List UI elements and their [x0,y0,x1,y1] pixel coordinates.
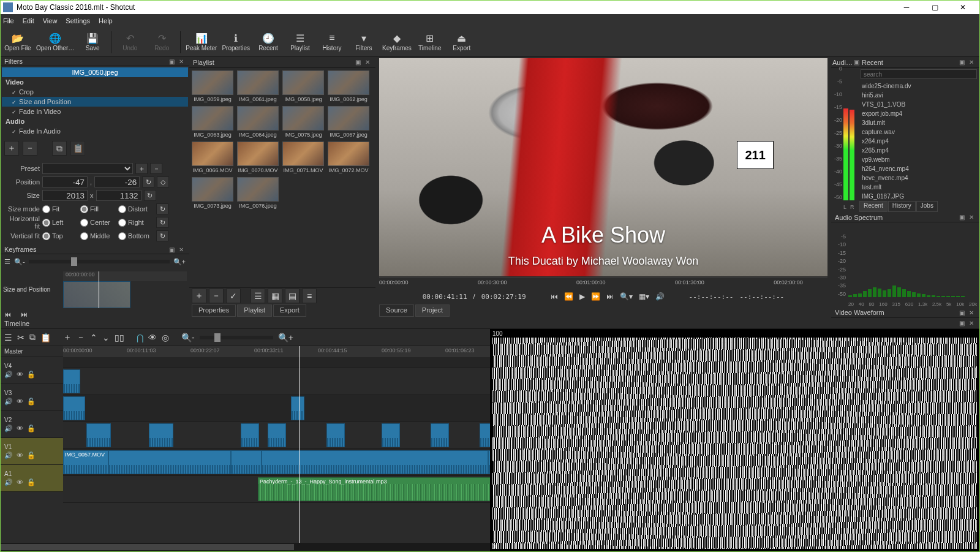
zoom-in-icon[interactable]: 🔍+ [278,333,293,342]
mute-icon[interactable]: 🔊 [4,398,13,406]
sizemode-distort-radio[interactable]: Distort [118,205,154,213]
fforward-icon[interactable]: ⏩ [591,292,600,301]
timeline-tracks[interactable]: 00:00:00:0000:00:11:0300:00:22:0700:00:3… [63,346,490,543]
lock-icon[interactable]: 🔓 [27,478,36,486]
hfit-center-radio[interactable]: Center [80,219,116,227]
timeline-clip[interactable] [291,396,304,420]
rewind-icon[interactable]: ⏪ [564,292,573,301]
toolbar-redo-button[interactable]: ↷Redo [148,28,175,56]
recent-item[interactable]: x265.mp4 [858,146,979,155]
position-reset-button[interactable]: ↻ [142,176,154,187]
playlist-item[interactable]: IMG_0072.MOV [328,142,369,173]
hfit-reset-button[interactable]: ↻ [156,217,168,228]
lock-icon[interactable]: 🔓 [27,452,36,459]
kf-prev-icon[interactable]: ⏮ [4,311,11,318]
track-header-v2[interactable]: V2🔊👁🔓 [1,411,63,438]
playlist-tab-properties[interactable]: Properties [192,304,236,317]
lock-icon[interactable]: 🔓 [27,398,36,406]
toolbar-timeline-button[interactable]: ⊞Timeline [417,28,443,56]
track-row-v2[interactable] [63,422,490,449]
close-button[interactable]: ✕ [949,1,977,14]
recent-item[interactable]: hevc_nvenc.mp4 [858,173,979,183]
toolbar-open-other--button[interactable]: 🌐Open Other… [36,28,74,56]
timeline-clip[interactable] [86,423,111,447]
undock-icon[interactable]: ▣ [957,58,966,67]
tl-zoom-slider[interactable] [200,336,273,339]
sizemode-reset-button[interactable]: ↻ [156,203,168,214]
pl-menu-button[interactable]: ≡ [302,289,317,303]
pl-view-tiles-button[interactable]: ▦ [268,289,282,303]
playlist-item[interactable]: IMG_0073.jpeg [192,177,233,209]
vfit-bottom-radio[interactable]: Bottom [118,232,154,240]
append-icon[interactable]: ＋ [63,332,72,343]
toolbar-open-file-button[interactable]: 📂Open File [4,28,31,56]
close-panel-icon[interactable]: ✕ [967,213,976,222]
timeline-clip[interactable]: Pachyderm_-_13_-_Happy_Song_instrumental… [258,477,490,501]
split-icon[interactable]: ▯▯ [115,333,124,342]
recent-item[interactable]: x264.mp4 [858,137,979,146]
recent-tab-history[interactable]: History [888,201,916,212]
hide-icon[interactable]: 👁 [17,425,23,433]
timeline-clip[interactable]: IMG_0057.MOV [63,450,108,474]
zoom-dropdown-icon[interactable]: 🔍▾ [620,292,633,301]
mute-icon[interactable]: 🔊 [4,478,13,486]
timeline-clip[interactable] [480,423,490,447]
kf-next-icon[interactable]: ⏭ [21,311,28,318]
preview-monitor[interactable]: 211 A Bike Show This Ducati by Michael W… [379,58,827,276]
menu-help[interactable]: Help [99,17,113,25]
toolbar-save-button[interactable]: 💾Save [79,28,106,56]
playlist-item[interactable]: IMG_0076.jpeg [237,177,279,209]
playlist-item[interactable]: IMG_0070.MOV [237,142,279,173]
kf-clip[interactable] [63,281,130,308]
lock-icon[interactable]: 🔓 [27,371,36,379]
filter-item[interactable]: Fade In Audio [2,126,188,136]
recent-item[interactable]: 3dlut.mlt [858,118,979,127]
toolbar-peak-meter-button[interactable]: 📊Peak Meter [186,28,217,56]
kf-zoom-slider[interactable] [29,260,170,263]
hide-icon[interactable]: 👁 [17,478,23,486]
close-panel-icon[interactable]: ✕ [967,308,976,317]
toolbar-export-button[interactable]: ⏏Export [448,28,475,56]
pl-remove-button[interactable]: － [209,289,224,303]
zoom-in-icon[interactable]: 🔍+ [173,258,186,266]
copy-icon[interactable]: ⧉ [29,332,36,342]
track-row-a1[interactable]: Pachyderm_-_13_-_Happy_Song_instrumental… [63,476,490,503]
timeline-playhead[interactable] [300,346,300,543]
kf-playhead[interactable] [99,271,99,308]
sizemode-fit-radio[interactable]: Fit [42,205,78,213]
timeline-clip[interactable] [382,423,400,447]
playlist-item[interactable]: IMG_0063.jpeg [192,106,233,138]
close-panel-icon[interactable]: ✕ [967,319,976,328]
timeline-clip[interactable] [63,369,80,393]
snap-icon[interactable]: ⋂ [137,333,143,342]
zoom-out-icon[interactable]: 🔍- [14,258,25,266]
playlist-item[interactable]: IMG_0066.MOV [192,142,233,173]
position-x-input[interactable] [42,176,88,187]
preset-add-button[interactable]: ＋ [135,163,148,174]
recent-item[interactable]: vp9.webm [858,155,979,164]
pl-view-details-button[interactable]: ☰ [251,289,265,303]
playlist-item[interactable]: IMG_0061.jpeg [237,70,279,102]
vfit-reset-button[interactable]: ↻ [156,230,168,241]
timeline-clip[interactable] [149,423,173,447]
tl-menu-icon[interactable]: ☰ [4,333,12,342]
recent-item[interactable]: IMG_0187.JPG [858,192,979,200]
hide-icon[interactable]: 👁 [17,371,23,379]
recent-item[interactable]: h264_nvenc.mp4 [858,164,979,173]
remove-icon[interactable]: － [77,332,85,343]
playlist-tab-export[interactable]: Export [273,304,306,317]
vfit-middle-radio[interactable]: Middle [80,232,116,240]
playlist-item[interactable]: IMG_0064.jpeg [237,106,279,138]
timeline-scrollbar[interactable] [1,543,490,551]
filter-item[interactable]: Crop [2,87,188,97]
hide-icon[interactable]: 👁 [17,398,23,406]
pl-view-icons-button[interactable]: ▤ [285,289,300,303]
mute-icon[interactable]: 🔊 [4,425,13,433]
track-header-v3[interactable]: V3🔊👁🔓 [1,384,63,411]
timeline-clip[interactable] [241,423,259,447]
timeline-clip[interactable] [231,450,262,474]
preset-del-button[interactable]: － [150,163,162,174]
menu-view[interactable]: View [43,17,58,25]
hfit-right-radio[interactable]: Right [118,219,154,227]
position-keyframe-button[interactable]: ◇ [157,176,169,187]
